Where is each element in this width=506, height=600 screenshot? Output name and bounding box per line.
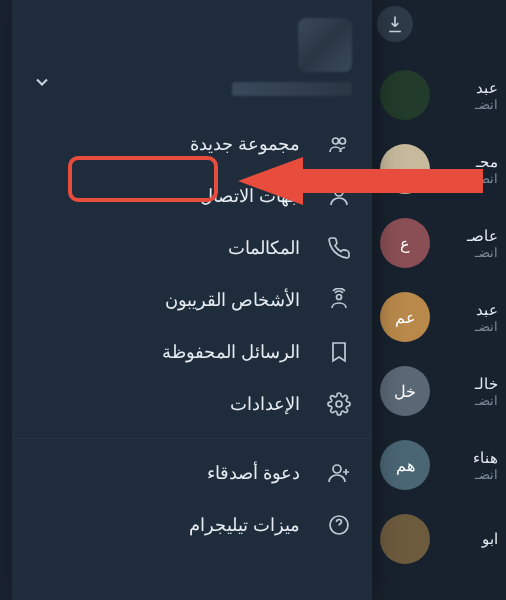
- chat-row[interactable]: ابو: [371, 502, 506, 576]
- chat-name: عبد: [438, 79, 498, 97]
- chat-row[interactable]: خالـانضـ خل: [371, 354, 506, 428]
- chat-list: عبدانضـ محـانضـ عاصـانضـ ع عبدانضـ عم خا…: [371, 0, 506, 600]
- chat-sub: انضـ: [438, 245, 498, 260]
- menu-features[interactable]: ميزات تيليجرام: [12, 499, 372, 551]
- add-person-icon: [326, 461, 352, 485]
- profile-name: [232, 82, 352, 96]
- menu-invite[interactable]: دعوة أصدقاء: [12, 447, 372, 499]
- menu-nearby[interactable]: الأشخاص القريبون: [12, 274, 372, 326]
- menu-label: الأشخاص القريبون: [165, 289, 300, 311]
- menu-calls[interactable]: المكالمات: [12, 222, 372, 274]
- avatar: [380, 144, 430, 194]
- svg-point-1: [340, 138, 346, 144]
- profile-avatar[interactable]: [298, 18, 352, 72]
- menu-saved[interactable]: الرسائل المحفوظة: [12, 326, 372, 378]
- chat-name: خالـ: [438, 375, 498, 393]
- chat-row[interactable]: عاصـانضـ ع: [371, 206, 506, 280]
- avatar: هم: [380, 440, 430, 490]
- menu-label: المكالمات: [228, 237, 300, 259]
- avatar-initials: ع: [400, 234, 410, 253]
- avatar-initials: عم: [395, 308, 416, 327]
- avatar-initials: خل: [394, 382, 416, 401]
- nearby-icon: [326, 288, 352, 312]
- chat-row[interactable]: عبدانضـ: [371, 58, 506, 132]
- menu-new-group[interactable]: مجموعة جديدة: [12, 118, 372, 170]
- chat-sub: انضـ: [438, 319, 498, 334]
- chat-name: محـ: [438, 153, 498, 171]
- menu-label: دعوة أصدقاء: [207, 462, 300, 484]
- person-icon: [326, 184, 352, 208]
- avatar: ع: [380, 218, 430, 268]
- avatar: عم: [380, 292, 430, 342]
- menu-label: جهات الاتصال: [200, 185, 300, 207]
- help-icon: [326, 513, 352, 537]
- svg-point-0: [333, 138, 339, 144]
- svg-point-3: [337, 295, 342, 300]
- bookmark-icon: [326, 340, 352, 364]
- drawer-menu: مجموعة جديدة جهات الاتصال المكالمات الأش…: [12, 110, 372, 559]
- navigation-drawer: مجموعة جديدة جهات الاتصال المكالمات الأش…: [12, 0, 372, 600]
- chat-sub: انضـ: [438, 393, 498, 408]
- drawer-header: [12, 0, 372, 110]
- avatar: [380, 514, 430, 564]
- divider: [12, 438, 372, 439]
- phone-icon: [326, 236, 352, 260]
- chevron-down-icon[interactable]: [32, 72, 52, 96]
- download-icon[interactable]: [377, 6, 413, 42]
- chat-sub: انضـ: [438, 97, 498, 112]
- menu-label: الرسائل المحفوظة: [162, 341, 300, 363]
- chat-row[interactable]: محـانضـ: [371, 132, 506, 206]
- avatar: [380, 70, 430, 120]
- chat-name: عبد: [438, 301, 498, 319]
- menu-contacts[interactable]: جهات الاتصال: [12, 170, 372, 222]
- chat-name: ابو: [438, 530, 498, 548]
- chat-name: عاصـ: [438, 227, 498, 245]
- menu-label: مجموعة جديدة: [190, 133, 300, 155]
- chat-sub: انضـ: [438, 467, 498, 482]
- menu-settings[interactable]: الإعدادات: [12, 378, 372, 430]
- chat-name: هناء: [438, 449, 498, 467]
- chat-sub: انضـ: [438, 171, 498, 186]
- svg-point-4: [336, 401, 342, 407]
- avatar: خل: [380, 366, 430, 416]
- chat-row[interactable]: عبدانضـ عم: [371, 280, 506, 354]
- menu-label: الإعدادات: [230, 393, 300, 415]
- chat-row[interactable]: هناءانضـ هم: [371, 428, 506, 502]
- gear-icon: [326, 392, 352, 416]
- svg-point-2: [335, 188, 343, 196]
- svg-point-5: [333, 465, 341, 473]
- avatar-initials: هم: [396, 456, 415, 475]
- menu-label: ميزات تيليجرام: [189, 514, 300, 536]
- group-icon: [326, 132, 352, 156]
